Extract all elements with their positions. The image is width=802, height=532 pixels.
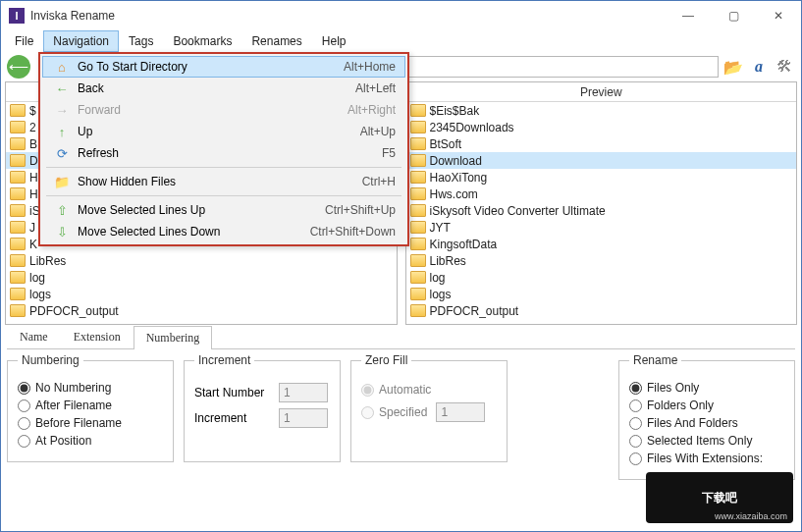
menu-item-label: Up bbox=[78, 125, 360, 138]
file-name: PDFOCR_output bbox=[29, 304, 119, 318]
file-name: K bbox=[29, 238, 37, 251]
menu-help[interactable]: Help bbox=[312, 30, 356, 52]
file-row[interactable]: $Eis$Bak bbox=[406, 102, 797, 119]
folder-open-icon[interactable]: 📂 bbox=[722, 56, 744, 78]
file-row[interactable]: Hws.com bbox=[406, 186, 797, 202]
rename-option-4[interactable]: Files With Extensions: bbox=[629, 452, 784, 465]
folder-icon bbox=[10, 137, 26, 150]
file-row[interactable]: logs bbox=[6, 286, 397, 302]
folder-icon bbox=[410, 238, 426, 250]
tab-name[interactable]: Name bbox=[7, 325, 61, 348]
home-icon: ⌂ bbox=[52, 60, 72, 75]
folder-icon bbox=[410, 304, 426, 317]
folder-icon bbox=[410, 221, 426, 234]
file-row[interactable]: PDFOCR_output bbox=[6, 302, 397, 319]
file-row[interactable]: BtSoft bbox=[406, 135, 797, 152]
file-row[interactable]: logs bbox=[406, 286, 797, 302]
menu-item-move-selected-lines-up[interactable]: ⇧Move Selected Lines UpCtrl+Shift+Up bbox=[42, 199, 405, 221]
menu-item-label: Back bbox=[78, 81, 355, 95]
menu-item-label: Forward bbox=[78, 103, 348, 117]
numbering-option-0[interactable]: No Numbering bbox=[18, 381, 163, 395]
menu-item-up[interactable]: ↑UpAlt+Up bbox=[42, 121, 405, 142]
menu-navigation[interactable]: Navigation bbox=[43, 30, 119, 52]
file-row[interactable]: Download bbox=[406, 152, 797, 169]
folder-icon bbox=[10, 187, 26, 200]
menu-item-shortcut: Alt+Home bbox=[344, 60, 396, 74]
close-button[interactable]: ✕ bbox=[756, 1, 801, 30]
file-name: H bbox=[29, 171, 38, 185]
start-number-label: Start Number bbox=[194, 386, 273, 399]
file-row[interactable]: JYT bbox=[406, 219, 797, 236]
rename-option-0[interactable]: Files Only bbox=[629, 381, 784, 395]
start-number-input[interactable]: 1 bbox=[279, 383, 328, 402]
menu-item-label: Go To Start Directory bbox=[78, 60, 344, 74]
maximize-button[interactable]: ▢ bbox=[711, 1, 756, 30]
numbering-legend: Numbering bbox=[18, 353, 83, 367]
folder-icon bbox=[410, 254, 426, 267]
menu-file[interactable]: File bbox=[5, 30, 43, 52]
folder-icon bbox=[410, 288, 426, 300]
menu-item-forward: →ForwardAlt+Right bbox=[42, 99, 405, 121]
folder-icon bbox=[10, 121, 26, 133]
minimize-button[interactable]: — bbox=[666, 1, 711, 30]
file-row[interactable]: HaoXiTong bbox=[406, 169, 797, 186]
file-name: D bbox=[29, 154, 38, 168]
menu-tags[interactable]: Tags bbox=[119, 30, 163, 52]
refresh-icon: ⟳ bbox=[52, 146, 72, 161]
file-row[interactable]: 2345Downloads bbox=[406, 119, 797, 135]
file-list-preview[interactable]: Preview $Eis$Bak2345DownloadsBtSoftDownl… bbox=[405, 81, 798, 325]
up-icon: ↑ bbox=[52, 125, 72, 139]
menu-bookmarks[interactable]: Bookmarks bbox=[163, 30, 241, 52]
file-name: B bbox=[29, 137, 37, 151]
file-row[interactable]: log bbox=[406, 269, 797, 286]
file-name: HaoXiTong bbox=[430, 171, 488, 185]
numbering-option-2[interactable]: Before Filename bbox=[18, 416, 163, 430]
menu-item-show-hidden-files[interactable]: 📁Show Hidden FilesCtrl+H bbox=[42, 171, 405, 192]
file-row[interactable]: iSkysoft Video Converter Ultimate bbox=[406, 202, 797, 219]
file-row[interactable]: KingsoftData bbox=[406, 236, 797, 252]
file-row[interactable]: LibRes bbox=[406, 252, 797, 269]
file-name: log bbox=[430, 271, 446, 285]
menu-item-refresh[interactable]: ⟳RefreshF5 bbox=[42, 142, 405, 164]
menu-item-go-to-start-directory[interactable]: ⌂Go To Start DirectoryAlt+Home bbox=[42, 56, 405, 78]
file-name: 2 bbox=[29, 121, 36, 134]
increment-input[interactable]: 1 bbox=[279, 408, 328, 428]
folder-icon bbox=[10, 238, 26, 250]
zerofill-auto-radio[interactable]: Automatic bbox=[361, 383, 497, 397]
file-row[interactable]: PDFOCR_output bbox=[406, 302, 797, 319]
mup-icon: ⇧ bbox=[52, 203, 72, 218]
menu-item-label: Move Selected Lines Down bbox=[78, 225, 310, 239]
tab-numbering[interactable]: Numbering bbox=[134, 326, 213, 349]
folder-icon bbox=[410, 204, 426, 217]
increment-label: Increment bbox=[194, 411, 273, 425]
numbering-option-1[interactable]: After Filename bbox=[18, 399, 163, 412]
folder-icon bbox=[10, 221, 26, 234]
folder-icon bbox=[10, 171, 26, 184]
fwd-icon: → bbox=[52, 103, 72, 118]
back-button[interactable]: ⟵ bbox=[7, 55, 30, 79]
address-bar[interactable] bbox=[407, 56, 719, 78]
folder-icon bbox=[410, 187, 426, 200]
folder-icon bbox=[10, 104, 26, 117]
file-name: Hws.com bbox=[430, 187, 478, 201]
rename-legend: Rename bbox=[629, 353, 681, 367]
tools-icon[interactable]: 🛠 bbox=[774, 56, 795, 78]
menu-renames[interactable]: Renames bbox=[241, 30, 311, 52]
file-name: PDFOCR_output bbox=[430, 304, 519, 318]
rename-option-3[interactable]: Selected Items Only bbox=[629, 434, 784, 448]
rename-option-1[interactable]: Folders Only bbox=[629, 399, 784, 412]
numbering-option-3[interactable]: At Position bbox=[18, 434, 163, 448]
menu-item-back[interactable]: ←BackAlt+Left bbox=[42, 78, 405, 99]
tab-extension[interactable]: Extension bbox=[61, 325, 134, 348]
menu-item-move-selected-lines-down[interactable]: ⇩Move Selected Lines DownCtrl+Shift+Down bbox=[42, 221, 405, 242]
folder-icon bbox=[410, 154, 426, 167]
folder-icon: 📁 bbox=[52, 175, 72, 189]
zerofill-spec-radio[interactable]: Specified 1 bbox=[361, 402, 497, 422]
zerofill-spec-input[interactable]: 1 bbox=[436, 402, 485, 422]
file-row[interactable]: LibRes bbox=[6, 252, 397, 269]
menu-item-label: Show Hidden Files bbox=[78, 175, 362, 188]
file-row[interactable]: log bbox=[6, 269, 397, 286]
a-icon[interactable]: a bbox=[748, 56, 770, 78]
zerofill-group: Zero Fill Automatic Specified 1 bbox=[350, 353, 508, 462]
rename-option-2[interactable]: Files And Folders bbox=[629, 416, 784, 430]
